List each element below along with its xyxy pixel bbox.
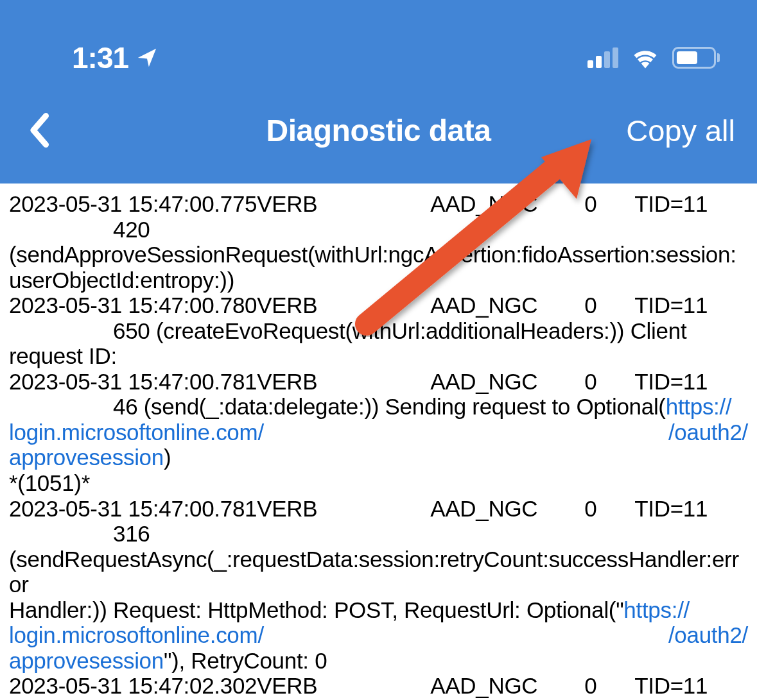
log-entry: 2023-05-31 15:47:02.302 VERB AAD_NGC 0 T… [9, 673, 748, 699]
log-tid: TID=11 [634, 191, 708, 217]
status-bar: 1:31 [0, 0, 757, 77]
log-tid: TID=11 [634, 673, 708, 699]
location-icon [136, 47, 158, 69]
log-message: login.microsoftonline.com//oauth2/ [9, 420, 748, 445]
log-tid: TID=11 [634, 369, 708, 395]
log-url-link[interactable]: approvesession [9, 648, 164, 673]
log-tag: AAD_NGC [430, 369, 584, 395]
nav-bar: Diagnostic data Copy all [0, 77, 757, 184]
log-flag: 0 [584, 496, 634, 522]
log-tag: AAD_NGC [430, 673, 584, 699]
log-level: VERB [257, 369, 430, 395]
log-entry: 2023-05-31 15:47:00.780 VERB AAD_NGC 0 T… [9, 293, 748, 369]
log-url-link[interactable]: https:// [666, 394, 732, 419]
log-level: VERB [257, 191, 430, 217]
log-flag: 0 [584, 369, 634, 395]
log-message: approvesession) [9, 445, 748, 470]
back-button[interactable] [17, 108, 62, 153]
wifi-icon [631, 47, 659, 69]
log-message: *(1051)* [9, 470, 748, 496]
log-entry: 2023-05-31 15:47:00.781 VERB AAD_NGC 0 T… [9, 369, 748, 496]
log-url-link[interactable]: approvesession [9, 445, 164, 470]
log-url-link[interactable]: login.microsoftonline.com/ [9, 622, 264, 648]
log-level: VERB [257, 496, 430, 522]
log-flag: 0 [584, 293, 634, 318]
log-url-link[interactable]: login.microsoftonline.com/ [9, 420, 264, 445]
log-tag: AAD_NGC [430, 293, 584, 318]
log-content[interactable]: 2023-05-31 15:47:00.775 VERB AAD_NGC 0 T… [0, 184, 757, 699]
log-code-line: 316 [9, 521, 748, 547]
log-level: VERB [257, 293, 430, 318]
log-message: approvesession"), RetryCount: 0 [9, 648, 748, 674]
log-tag: AAD_NGC [430, 496, 584, 522]
log-url-link[interactable]: /oauth2/ [668, 622, 748, 648]
log-flag: 0 [584, 673, 634, 699]
log-message: (sendApproveSessionRequest(withUrl:ngcAs… [9, 242, 748, 293]
log-timestamp: 2023-05-31 15:47:00.781 [9, 496, 257, 522]
log-level: VERB [257, 673, 430, 699]
log-message: (sendRequestAsync(_:requestData:session:… [9, 547, 748, 597]
log-entry: 2023-05-31 15:47:00.775 VERB AAD_NGC 0 T… [9, 191, 748, 293]
status-time: 1:31 [72, 40, 128, 75]
log-timestamp: 2023-05-31 15:47:02.302 [9, 673, 257, 699]
status-left: 1:31 [72, 40, 158, 75]
battery-icon [672, 47, 720, 69]
status-right [587, 47, 720, 69]
log-entry: 2023-05-31 15:47:00.781 VERB AAD_NGC 0 T… [9, 496, 748, 674]
log-message: Handler:)) Request: HttpMethod: POST, Re… [9, 597, 748, 623]
log-tid: TID=11 [634, 496, 708, 522]
log-timestamp: 2023-05-31 15:47:00.780 [9, 293, 257, 318]
log-timestamp: 2023-05-31 15:47:00.775 [9, 191, 257, 217]
log-flag: 0 [584, 191, 634, 217]
app-header: 1:31 Diagnostic [0, 0, 757, 184]
page-title: Diagnostic data [266, 113, 491, 148]
log-message: 46 (send(_:data:delegate:)) Sending requ… [9, 394, 748, 420]
copy-all-button[interactable]: Copy all [626, 113, 735, 148]
cellular-signal-icon [587, 47, 618, 68]
log-code-line: 420 [9, 217, 748, 243]
log-url-link[interactable]: https:// [623, 597, 690, 622]
log-timestamp: 2023-05-31 15:47:00.781 [9, 369, 257, 395]
log-message: 650 (createEvoRequest(withUrl:additional… [9, 318, 748, 344]
log-tag: AAD_NGC [430, 191, 584, 217]
log-tid: TID=11 [634, 293, 708, 318]
log-url-link[interactable]: /oauth2/ [668, 420, 748, 445]
log-message: request ID: [9, 343, 748, 369]
log-message: login.microsoftonline.com//oauth2/ [9, 622, 748, 648]
